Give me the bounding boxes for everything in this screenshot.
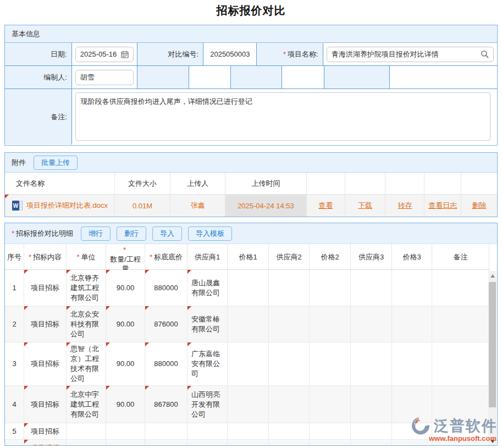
detail-cell-supplier3[interactable] [351, 342, 392, 386]
detail-cell-price2[interactable] [310, 270, 351, 306]
detail-cell-note[interactable] [432, 270, 489, 306]
detail-cell-supplier2[interactable] [269, 270, 310, 306]
detail-cell-supplier2[interactable] [269, 306, 310, 342]
view-log-link[interactable]: 查看日志 [428, 201, 457, 211]
detail-cell-seq: 4 [5, 386, 24, 423]
detail-cell-supplier1[interactable]: 唐山晟鑫有限公司 [187, 270, 228, 306]
detail-cell-supplier2[interactable] [269, 386, 310, 423]
detail-cell-base_price[interactable]: 867800 [145, 386, 187, 423]
detail-cell-base_price[interactable]: 880000 [145, 270, 187, 306]
detail-cell-supplier3[interactable] [351, 270, 392, 306]
import-button[interactable]: 导入 [152, 226, 182, 241]
detail-cell-unit[interactable]: 北京中宇建筑工程有限公司 [67, 386, 106, 423]
page-title: 招标报价对比 [0, 0, 502, 18]
detail-cell-price3[interactable] [392, 306, 432, 342]
detail-col-supplier3: 供应商3 [351, 244, 392, 270]
batch-upload-button[interactable]: 批量上传 [34, 156, 78, 170]
import-template-button[interactable]: 导入模板 [188, 226, 232, 241]
view-link[interactable]: 查看 [318, 201, 333, 211]
date-label: 日期: [5, 43, 72, 66]
detail-cell-note[interactable] [432, 342, 489, 386]
scroll-up-icon[interactable] [488, 272, 497, 280]
detail-cell-supplier2[interactable] [269, 423, 310, 440]
detail-cell-price2[interactable] [310, 386, 351, 423]
transfer-link[interactable]: 转存 [398, 201, 412, 211]
download-link[interactable]: 下载 [358, 201, 372, 211]
detail-cell-price1[interactable] [228, 386, 269, 423]
detail-cell-unit[interactable]: 思智（北京）工程技术有限公司 [67, 342, 106, 386]
attachments-col-upload-time: 上传时间 [225, 173, 307, 195]
detail-cell-content[interactable]: 项目招标 [24, 423, 67, 440]
date-input[interactable]: 2025-05-16 [75, 47, 134, 62]
basic-info-panel: 基本信息 日期: 2025-05-16 对比编号: 2025050003 * 项… [4, 25, 498, 146]
detail-cell-seq: 6 [5, 440, 24, 446]
search-icon[interactable] [481, 50, 489, 58]
detail-cell-price2[interactable] [310, 423, 351, 440]
file-name-link[interactable]: 项目报价详细对比表.docx [26, 201, 108, 211]
detail-cell-qty[interactable]: 90.00 [106, 386, 145, 423]
detail-cell-supplier2[interactable] [269, 440, 310, 446]
compiler-input[interactable]: 胡雪 [75, 70, 134, 85]
detail-col-note: 备注 [432, 244, 489, 270]
detail-cell-unit[interactable] [67, 440, 106, 446]
remark-label: 备注: [5, 89, 72, 145]
detail-cell-content[interactable]: 项目招标 [24, 306, 67, 342]
empty-cell [231, 66, 282, 89]
attachments-col-uploader: 上传人 [170, 173, 225, 195]
detail-cell-supplier3[interactable] [351, 423, 392, 440]
project-name-input[interactable]: 青海洪湖养护院项目报价对比详情 [327, 47, 494, 62]
add-row-button[interactable]: 增行 [81, 226, 111, 241]
detail-cell-unit[interactable] [67, 423, 106, 440]
attachments-col-empty [385, 173, 424, 195]
detail-cell-content[interactable]: 项目招标 [24, 342, 67, 386]
calendar-icon[interactable] [121, 51, 129, 58]
remark-textarea[interactable]: 现阶段各供应商报价均进入尾声，详细情况已进行登记 [75, 92, 490, 141]
detail-cell-price2[interactable] [310, 440, 351, 446]
detail-cell-content[interactable]: 项目招标 [24, 270, 67, 306]
detail-cell-price1[interactable] [228, 306, 269, 342]
detail-cell-supplier1[interactable] [187, 423, 228, 440]
detail-cell-price2[interactable] [310, 306, 351, 342]
delete-row-button[interactable]: 删行 [117, 226, 146, 241]
attachments-col-file-name: 文件名称 [5, 173, 115, 195]
detail-cell-supplier3[interactable] [351, 306, 392, 342]
detail-cell-supplier2[interactable] [269, 342, 310, 386]
detail-cell-supplier1[interactable]: 广东嘉临安有限公司 [187, 342, 228, 386]
detail-cell-content[interactable]: 项目招标 [24, 386, 67, 423]
detail-cell-price1[interactable] [228, 270, 269, 306]
detail-cell-qty[interactable] [106, 423, 145, 440]
detail-cell-base_price[interactable]: 876000 [145, 306, 187, 342]
detail-cell-supplier1[interactable] [187, 440, 228, 446]
detail-cell-supplier3[interactable] [351, 440, 392, 446]
action-cell: 下载 [345, 195, 386, 217]
detail-cell-qty[interactable]: 90.00 [106, 306, 145, 342]
detail-cell-seq: 5 [5, 423, 24, 440]
detail-cell-unit[interactable]: 北京众安科技有限公司 [67, 306, 106, 342]
basic-info-remark-row: 备注: 现阶段各供应商报价均进入尾声，详细情况已进行登记 [5, 89, 497, 145]
detail-cell-supplier1[interactable]: 山西明亮开发有限公司 [187, 386, 228, 423]
detail-cell-supplier1[interactable]: 安徽常椿有限公司 [187, 306, 228, 342]
compiler-cell: 胡雪 [72, 66, 138, 89]
detail-cell-price1[interactable] [228, 440, 269, 446]
empty-cell [390, 66, 497, 89]
scrollbar-thumb[interactable] [489, 282, 496, 407]
project-name-cell: 青海洪湖养护院项目报价对比详情 [323, 43, 497, 66]
detail-col-price2: 价格2 [310, 244, 351, 270]
detail-cell-note[interactable] [432, 306, 489, 342]
detail-cell-qty[interactable]: 90.00 [106, 342, 145, 386]
detail-cell-price1[interactable] [228, 342, 269, 386]
delete-link[interactable]: 删除 [472, 201, 487, 211]
detail-cell-price2[interactable] [310, 342, 351, 386]
detail-cell-price3[interactable] [392, 342, 432, 386]
detail-cell-content[interactable]: 项目招标 [24, 440, 67, 446]
detail-cell-qty[interactable] [106, 440, 145, 446]
detail-cell-base_price[interactable] [145, 423, 187, 440]
detail-cell-supplier3[interactable] [351, 386, 392, 423]
detail-cell-price1[interactable] [228, 423, 269, 440]
detail-cell-base_price[interactable] [145, 440, 187, 446]
brand-logo-icon [411, 416, 432, 436]
detail-cell-base_price[interactable]: 880000 [145, 342, 187, 386]
detail-cell-price3[interactable] [392, 270, 432, 306]
detail-cell-qty[interactable]: 90.00 [106, 270, 145, 306]
detail-cell-unit[interactable]: 北京铮齐建筑工程有限公司 [67, 270, 106, 306]
